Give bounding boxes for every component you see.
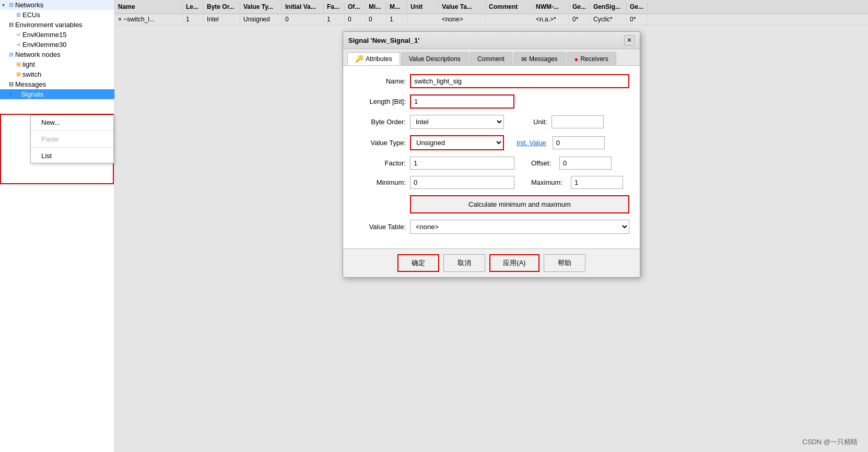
- maximum-label: Maximum:: [531, 179, 562, 186]
- sidebar-label-signals: Signals: [21, 90, 43, 98]
- modal-dialog: Signal 'New_Signal_1' ✕ 🔑 Attributes Val…: [343, 31, 640, 278]
- tree-icon-signals: ~: [16, 91, 19, 98]
- apply-button[interactable]: 应用(A): [489, 254, 539, 272]
- tab-attributes[interactable]: 🔑 Attributes: [347, 52, 400, 65]
- tab-messages-label: Messages: [529, 55, 558, 63]
- minimum-input[interactable]: [410, 176, 514, 189]
- min-max-row: Minimum: Maximum:: [354, 176, 629, 189]
- modal-body: Name: Length [Bit]: Byte Order:: [343, 66, 640, 248]
- sidebar-label-switch: switch: [22, 70, 41, 78]
- tab-receivers[interactable]: ● Receivers: [567, 52, 616, 65]
- offset-input[interactable]: [559, 157, 612, 170]
- sidebar-label-light: light: [22, 61, 35, 68]
- sidebar-item-signals[interactable]: ▿~Signals: [0, 89, 114, 99]
- init-value-link[interactable]: Init. Value: [517, 139, 546, 147]
- sidebar: ▾⊞Networks⊞ECUs⊟Environment variables≺En…: [0, 0, 115, 452]
- sidebar-item-envklemme30[interactable]: ≺EnvKlemme30: [0, 40, 114, 50]
- sidebar-label-networks: Networks: [15, 1, 43, 9]
- tree-icon-env-vars: ⊟: [9, 21, 14, 28]
- sidebar-label-network-nodes: Network nodes: [15, 51, 61, 58]
- sidebar-item-networks[interactable]: ▾⊞Networks: [0, 0, 114, 10]
- tree-icon-envklemme15: ≺: [16, 31, 21, 38]
- unit-input[interactable]: [552, 115, 604, 128]
- valtype-initval-row: Value Type: Unsigned Signed IEEE Float I…: [354, 135, 629, 150]
- maximum-input[interactable]: [571, 176, 623, 189]
- initvalue-input[interactable]: [553, 136, 605, 149]
- name-label: Name:: [354, 77, 406, 85]
- ok-button[interactable]: 确定: [397, 254, 439, 272]
- tree-icon-networks: ⊞: [9, 2, 14, 8]
- name-input[interactable]: [410, 74, 629, 88]
- tab-attributes-label: Attributes: [366, 55, 392, 63]
- name-row: Name:: [354, 74, 629, 88]
- expand-icon-networks[interactable]: ▾: [2, 2, 7, 8]
- tab-value-desc-label: Value Descriptions: [409, 55, 461, 63]
- sidebar-label-env-vars: Environment variables: [15, 21, 83, 29]
- factor-input[interactable]: [410, 157, 514, 170]
- modal-tabs: 🔑 Attributes Value Descriptions Comment …: [343, 49, 640, 66]
- tab-comment-label: Comment: [477, 55, 505, 63]
- tree-icon-light: ⊞: [16, 61, 21, 68]
- sidebar-item-ecus[interactable]: ⊞ECUs: [0, 10, 114, 20]
- context-menu-item-list[interactable]: List: [31, 149, 113, 163]
- tab-value-descriptions[interactable]: Value Descriptions: [401, 52, 468, 65]
- valtype-label: Value Type:: [354, 139, 406, 147]
- calc-row: Calculate minimum and maximum: [354, 195, 629, 213]
- context-menu-separator: [31, 147, 113, 148]
- factor-label: Factor:: [354, 159, 406, 167]
- sidebar-label-envklemme30: EnvKlemme30: [22, 41, 67, 49]
- sidebar-label-envklemme15: EnvKlemme15: [22, 31, 67, 39]
- valtype-select[interactable]: Unsigned Signed IEEE Float IEEE Double: [410, 135, 504, 150]
- expand-icon-signals[interactable]: ▿: [9, 91, 15, 97]
- sidebar-label-ecus: ECUs: [22, 11, 40, 19]
- messages-tab-icon: ✉: [521, 55, 527, 63]
- length-row: Length [Bit]:: [354, 94, 629, 109]
- calc-min-max-button[interactable]: Calculate minimum and maximum: [410, 195, 629, 213]
- minimum-label: Minimum:: [354, 179, 406, 186]
- context-menu-item-new[interactable]: New...: [31, 115, 113, 129]
- help-button[interactable]: 帮助: [544, 254, 585, 272]
- byteorder-unit-row: Byte Order: Intel Motorola MSB Motorola …: [354, 115, 629, 129]
- tree-icon-envklemme30: ≺: [16, 41, 21, 48]
- byteorder-label: Byte Order:: [354, 118, 406, 126]
- valtable-label: Value Table:: [354, 223, 406, 231]
- sidebar-item-messages[interactable]: ⊟Messages: [0, 79, 114, 89]
- tab-messages[interactable]: ✉ Messages: [513, 52, 566, 65]
- sidebar-item-env-vars[interactable]: ⊟Environment variables: [0, 20, 114, 30]
- modal-footer: 确定 取消 应用(A) 帮助: [343, 248, 640, 277]
- sidebar-label-messages: Messages: [15, 80, 46, 88]
- modal-overlay: Signal 'New_Signal_1' ✕ 🔑 Attributes Val…: [115, 0, 868, 452]
- tree-icon-network-nodes: ⊞: [9, 51, 14, 58]
- offset-label: Offset:: [531, 159, 551, 167]
- context-menu: New...PasteList: [30, 115, 114, 163]
- tree-icon-ecus: ⊞: [16, 11, 21, 18]
- main-area: ▾⊞Networks⊞ECUs⊟Environment variables≺En…: [0, 0, 868, 452]
- sidebar-item-network-nodes[interactable]: ⊞Network nodes: [0, 50, 114, 60]
- valtable-row: Value Table: <none>: [354, 220, 629, 234]
- tree-icon-messages: ⊟: [9, 81, 14, 88]
- length-input[interactable]: [410, 94, 514, 109]
- sidebar-item-switch[interactable]: ⊞switch: [0, 69, 114, 79]
- context-menu-item-paste: Paste: [31, 132, 113, 146]
- factor-offset-row: Factor: Offset:: [354, 157, 629, 170]
- context-menu-separator: [31, 130, 113, 131]
- sidebar-item-light[interactable]: ⊞light: [0, 60, 114, 69]
- unit-label: Unit:: [533, 118, 547, 126]
- length-label: Length [Bit]:: [354, 98, 406, 105]
- content-area: Name Le... Byte Or... Value Ty... Initia…: [115, 0, 868, 452]
- tree-icon-switch: ⊞: [16, 71, 21, 78]
- modal-close-button[interactable]: ✕: [624, 35, 635, 45]
- modal-title: Signal 'New_Signal_1': [348, 37, 419, 44]
- byteorder-select[interactable]: Intel Motorola MSB Motorola LSB: [410, 115, 504, 129]
- cancel-button[interactable]: 取消: [443, 254, 485, 272]
- receivers-tab-icon: ●: [574, 55, 579, 63]
- sidebar-item-envklemme15[interactable]: ≺EnvKlemme15: [0, 30, 114, 40]
- valtable-select[interactable]: <none>: [410, 220, 629, 234]
- attributes-tab-icon: 🔑: [355, 55, 363, 63]
- tab-comment[interactable]: Comment: [470, 52, 512, 65]
- modal-titlebar: Signal 'New_Signal_1' ✕: [343, 32, 640, 49]
- app-container: ▾⊞Networks⊞ECUs⊟Environment variables≺En…: [0, 0, 868, 452]
- tab-receivers-label: Receivers: [580, 55, 608, 63]
